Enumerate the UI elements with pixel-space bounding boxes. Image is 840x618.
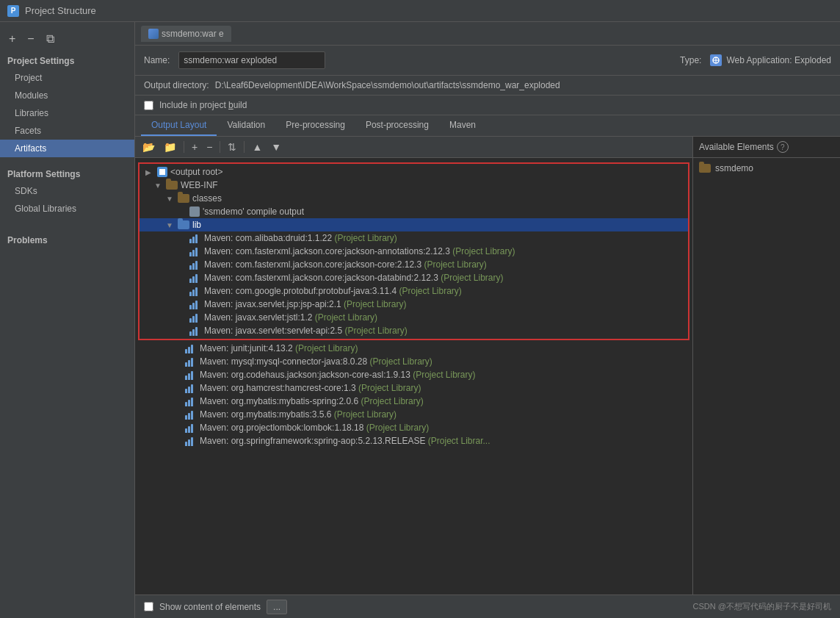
sidebar-item-global-libraries[interactable]: Global Libraries	[0, 200, 134, 218]
available-item[interactable]: ssmdemo	[693, 161, 840, 176]
watermark: CSDN @不想写代码的厨子不是好司机	[693, 601, 831, 612]
output-root-icon	[157, 167, 167, 177]
title-bar: P Project Structure	[0, 0, 840, 22]
tree-item[interactable]: ▶ 'ssmdemo' compile output	[140, 205, 688, 218]
sidebar-copy-btn[interactable]: ⧉	[43, 31, 57, 47]
tree-item[interactable]: ▶ Maven: junit:junit:4.13.2 (Project Lib…	[135, 342, 692, 355]
tree-item[interactable]: ▶ Maven: com.fasterxml.jackson.core:jack…	[140, 258, 688, 271]
right-panel: ssmdemo:war e Name: Type: Web Applicatio…	[135, 22, 840, 618]
tab-preprocessing[interactable]: Pre-processing	[275, 115, 355, 136]
sidebar-item-project[interactable]: Project	[0, 69, 134, 87]
tree-item[interactable]: ▶ Maven: org.mybatis:mybatis:3.5.6 (Proj…	[135, 408, 692, 421]
tree-add-btn[interactable]: +	[189, 140, 200, 154]
problems-label: Problems	[0, 229, 134, 248]
tree-open-folder-btn[interactable]: 📂	[140, 140, 158, 154]
tree-item[interactable]: ▶ Maven: javax.servlet.jsp:jsp-api:2.1 (…	[140, 298, 688, 311]
sidebar-toolbar: + − ⧉	[0, 28, 134, 50]
tree-item[interactable]: ▶ Maven: com.fasterxml.jackson.core:jack…	[140, 271, 688, 284]
sidebar: + − ⧉ Project Settings Project Modules L…	[0, 22, 135, 618]
tree-item[interactable]: ▼ WEB-INF	[140, 179, 688, 192]
type-value: Web Application: Exploded	[710, 54, 831, 66]
lib-icon	[185, 396, 197, 406]
compile-icon	[189, 206, 200, 217]
lib-icon	[189, 233, 201, 243]
artifact-tab[interactable]: ssmdemo:war e	[141, 26, 231, 42]
tree-item[interactable]: ▶ Maven: javax.servlet:servlet-api:2.5 (…	[140, 324, 688, 337]
include-build-checkbox[interactable]	[144, 101, 153, 110]
tree-remove-btn[interactable]: −	[203, 140, 215, 154]
svg-rect-3	[159, 169, 165, 175]
sidebar-item-facets[interactable]: Facets	[0, 122, 134, 140]
output-tabs-row: Output Layout Validation Pre-processing …	[135, 115, 840, 137]
include-build-label: Include in project build	[159, 100, 247, 110]
tree-folder-btn[interactable]: 📁	[161, 140, 179, 154]
tree-item[interactable]: ▶ Maven: javax.servlet:jstl:1.2 (Project…	[140, 311, 688, 324]
tree-item[interactable]: ▶ Maven: org.springframework:spring-aop:…	[135, 434, 692, 448]
sidebar-add-btn[interactable]: +	[6, 31, 18, 47]
tree-toolbar-sep3	[244, 141, 245, 153]
tree-item[interactable]: ▶ Maven: org.hamcrest:hamcrest-core:1.3 …	[135, 381, 692, 395]
tree-item[interactable]: ▶ Maven: org.projectlombok:lombok:1.18.1…	[135, 421, 692, 434]
name-type-row: Name: Type: Web Application: Exploded	[135, 46, 840, 76]
sidebar-item-artifacts[interactable]: Artifacts	[0, 140, 134, 157]
folder-icon	[178, 194, 189, 203]
more-button[interactable]: ...	[267, 600, 287, 614]
project-settings-label: Project Settings	[0, 50, 134, 69]
lib-icon	[189, 259, 201, 270]
app-icon: P	[7, 5, 19, 17]
tree-item[interactable]: ▶ Maven: com.google.protobuf:protobuf-ja…	[140, 284, 688, 298]
sidebar-item-sdks[interactable]: SDKs	[0, 182, 134, 200]
tree-item[interactable]: ▶ Maven: org.codehaus.jackson:jackson-co…	[135, 368, 692, 381]
lib-icon	[189, 312, 201, 323]
tree-item[interactable]: ▶ Maven: mysql:mysql-connector-java:8.0.…	[135, 355, 692, 368]
sidebar-item-libraries[interactable]: Libraries	[0, 104, 134, 122]
tree-item[interactable]: ▶ Maven: org.mybatis:mybatis-spring:2.0.…	[135, 395, 692, 408]
lib-icon	[185, 409, 197, 420]
tree-toolbar-sep1	[184, 141, 184, 153]
tree-content[interactable]: ▶ <output root> ▼ WEB-INF	[135, 158, 692, 594]
tree-item[interactable]: ▶ <output root>	[140, 165, 688, 179]
tree-item[interactable]: ▶ Maven: com.fasterxml.jackson.core:jack…	[140, 245, 688, 258]
available-tree[interactable]: ssmdemo	[693, 158, 840, 594]
sidebar-remove-btn[interactable]: −	[24, 31, 37, 47]
platform-settings-label: Platform Settings	[0, 163, 134, 182]
tree-item[interactable]: ▶ Maven: com.alibaba:druid:1.1.22 (Proje…	[140, 231, 688, 245]
tab-postprocessing[interactable]: Post-processing	[355, 115, 439, 136]
lib-icon	[189, 246, 201, 256]
help-icon[interactable]: ?	[777, 141, 789, 153]
tab-validation[interactable]: Validation	[217, 115, 275, 136]
tree-sort-btn[interactable]: ⇅	[225, 140, 239, 154]
tree-panel: 📂 📁 + − ⇅ ▲ ▼	[135, 137, 693, 594]
show-content-checkbox[interactable]	[144, 602, 153, 611]
lib-icon	[189, 273, 201, 283]
lib-icon	[185, 356, 197, 367]
top-tab-bar: ssmdemo:war e	[135, 22, 840, 46]
main-content: + − ⧉ Project Settings Project Modules L…	[0, 22, 840, 618]
lib-icon	[189, 326, 201, 336]
tree-down-btn[interactable]: ▼	[268, 140, 284, 154]
tab-output-layout[interactable]: Output Layout	[141, 115, 217, 136]
lib-icon	[189, 286, 201, 296]
name-label: Name:	[144, 55, 170, 65]
lib-icon	[185, 370, 197, 380]
tree-toolbar-sep2	[220, 141, 220, 153]
include-build-row: Include in project build	[135, 96, 840, 115]
lib-icon	[189, 299, 201, 309]
sidebar-item-modules[interactable]: Modules	[0, 87, 134, 104]
output-dir-path: D:\Leaf6Development\IDEA\WorkSpace\ssmde…	[215, 80, 831, 90]
folder-blue-icon	[178, 220, 189, 229]
content-area: 📂 📁 + − ⇅ ▲ ▼	[135, 137, 840, 594]
name-input[interactable]	[178, 51, 325, 69]
tab-maven[interactable]: Maven	[439, 115, 486, 136]
lib-icon	[185, 423, 197, 433]
output-dir-row: Output directory: D:\Leaf6Development\ID…	[135, 76, 840, 96]
available-panel-header: Available Elements ?	[693, 137, 840, 158]
title-bar-text: Project Structure	[25, 5, 96, 16]
tree-item[interactable]: ▼ classes	[140, 192, 688, 205]
output-dir-label: Output directory:	[144, 80, 209, 90]
lib-icon	[185, 436, 197, 446]
tree-item[interactable]: ▼ lib	[140, 218, 688, 231]
tree-up-btn[interactable]: ▲	[249, 140, 265, 154]
web-app-icon	[710, 54, 722, 66]
folder-icon	[699, 164, 711, 173]
